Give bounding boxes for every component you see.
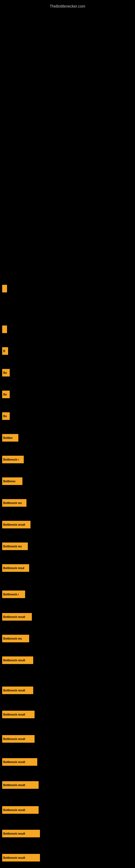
bottleneck-result-bar: Bottleneck result bbox=[2, 656, 33, 664]
bottleneck-result-bar: Bottleneck result bbox=[2, 830, 40, 837]
bottleneck-result-label: Bottleneck result bbox=[3, 809, 25, 812]
bottleneck-result-bar: Bo bbox=[2, 391, 10, 398]
site-title: TheBottlenecker.com bbox=[50, 1, 85, 10]
bottleneck-result-label: Bottleneck result bbox=[3, 689, 25, 692]
bottleneck-result-bar: Bottleneck result bbox=[2, 758, 37, 766]
bottleneck-result-bar: Bottleneck res bbox=[2, 635, 29, 642]
bottleneck-result-label: Bottleneck resul bbox=[3, 567, 24, 569]
bottleneck-result-label: Bottleneck result bbox=[3, 856, 25, 859]
bottleneck-result-bar: Bottleneck result bbox=[2, 854, 40, 862]
bottleneck-result-label: Bottleneck result bbox=[3, 738, 25, 741]
bottleneck-result-bar: Bottleneck result bbox=[2, 521, 31, 528]
bottleneck-result-bar: Bottleneck res bbox=[2, 499, 27, 507]
bottleneck-result-label: Bottleneck result bbox=[3, 713, 25, 716]
bottleneck-result-bar: Bottleneck result bbox=[2, 781, 39, 789]
bottleneck-result-bar: Bottleneck result bbox=[2, 806, 39, 814]
bottleneck-result-label: Bottleneck res bbox=[3, 545, 22, 548]
bottleneck-result-bar bbox=[2, 285, 7, 292]
bottleneck-result-label: Bottleneck r bbox=[3, 458, 19, 461]
bottleneck-result-label: Bottlenec bbox=[3, 480, 16, 483]
bottleneck-result-bar: Bottleneck r bbox=[2, 456, 24, 463]
bottleneck-result-bar: Bottleneck resul bbox=[2, 564, 29, 572]
bottleneck-result-bar: Bo bbox=[2, 369, 10, 376]
bottleneck-result-label: Bottleneck result bbox=[3, 659, 25, 662]
bottleneck-result-label: Bottleneck result bbox=[3, 832, 25, 835]
bottleneck-result-bar: Bottleneck result bbox=[2, 613, 32, 621]
bottleneck-result-label: Bottleneck r bbox=[3, 593, 19, 596]
bottleneck-result-bar: Bottleneck result bbox=[2, 711, 35, 718]
bottleneck-result-bar: Bottleneck result bbox=[2, 686, 33, 694]
bottleneck-result-label: Bottleneck result bbox=[3, 616, 25, 618]
bottleneck-result-label: Bottleneck res bbox=[3, 501, 22, 504]
bottleneck-result-bar: Bottlen bbox=[2, 434, 18, 442]
bottleneck-result-label: Bottleneck result bbox=[3, 523, 25, 526]
bottleneck-result-label: Bo bbox=[3, 393, 7, 396]
bottleneck-result-bar: Bottleneck r bbox=[2, 590, 25, 598]
bottleneck-result-bar bbox=[2, 326, 7, 333]
bottleneck-result-bar: Bottleneck result bbox=[2, 735, 35, 743]
bottleneck-result-label: Bo bbox=[3, 415, 7, 418]
bottleneck-result-label: Bottleneck result bbox=[3, 784, 25, 786]
bottleneck-result-label: Bottlen bbox=[3, 436, 12, 439]
bottleneck-result-bar: Bo bbox=[2, 412, 10, 420]
bottleneck-result-label: Bo bbox=[3, 371, 7, 374]
bottleneck-result-label: Bottleneck result bbox=[3, 761, 25, 764]
bottleneck-result-label: Bottleneck res bbox=[3, 637, 22, 640]
bottleneck-result-bar: Bottleneck res bbox=[2, 542, 28, 550]
bottleneck-result-bar: Bottlenec bbox=[2, 477, 22, 485]
bottleneck-result-bar: B bbox=[2, 347, 8, 355]
bottleneck-result-label: B bbox=[3, 350, 5, 352]
